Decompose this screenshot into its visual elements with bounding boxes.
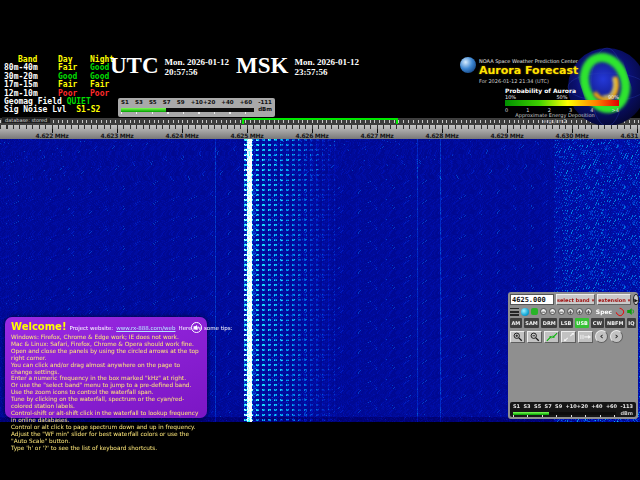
mode-button-sam[interactable]: SAM bbox=[524, 318, 539, 328]
frequency-scale[interactable]: 4.622 MHz 4.623 MHz 4.624 MHz 4.625 MHz … bbox=[0, 125, 640, 139]
receiver-control-panel: select band▾ extension▾ ▶ − − − + + + Sp… bbox=[508, 292, 638, 419]
tip-line: Control or alt click to page spectrum do… bbox=[11, 424, 201, 431]
frequency-label: 4.623 MHz bbox=[99, 132, 135, 139]
speaker-icon bbox=[193, 324, 200, 331]
project-website-link[interactable]: www.rx-888.com/web bbox=[116, 325, 175, 331]
clock-date: Mon. 2026-01-12 bbox=[294, 57, 359, 67]
mode-button-nbfm[interactable]: NBFM bbox=[605, 318, 624, 328]
plus-button[interactable]: + bbox=[585, 308, 592, 315]
frequency-label: 4.624 MHz bbox=[164, 132, 200, 139]
minus-button[interactable]: − bbox=[549, 308, 556, 315]
arrows-converge-icon bbox=[546, 332, 558, 342]
spectrum-toggle-button[interactable]: Spec bbox=[596, 308, 612, 315]
tip-line: Control-shift or alt-shift click in the … bbox=[11, 410, 201, 424]
minus-button[interactable]: − bbox=[540, 308, 547, 315]
status-square-icon[interactable] bbox=[531, 308, 538, 315]
frequency-label: 4.627 MHz bbox=[359, 132, 395, 139]
zoom-buttons: ‹ › bbox=[510, 330, 636, 343]
tip-line: Use the zoom icons to control the waterf… bbox=[11, 389, 201, 396]
s-meter-fill bbox=[121, 108, 166, 112]
clock-time: 23:57:56 bbox=[294, 67, 327, 77]
clock-zone-label: MSK bbox=[236, 55, 288, 77]
aurora-color-scale bbox=[505, 100, 619, 106]
zoom-out-icon bbox=[529, 332, 541, 342]
mode-button-usb[interactable]: USB bbox=[575, 318, 589, 328]
mode-button-lsb[interactable]: LSB bbox=[559, 318, 573, 328]
clock-time: 20:57:56 bbox=[165, 67, 198, 77]
tip-line: You can click and/or drag almost anywher… bbox=[11, 362, 201, 376]
aurora-forecast-panel: NOAA Space Weather Prediction Center Aur… bbox=[455, 45, 640, 125]
s-meter-scale-labels: S1 S3 S5 S7 S9 +10+20 +40 +60 -111 bbox=[121, 100, 272, 105]
play-icon: ▶ bbox=[634, 297, 638, 303]
tip-line: Mac & Linux: Safari, Firefox, Chrome & O… bbox=[11, 341, 201, 348]
menu-icon[interactable] bbox=[510, 308, 519, 316]
s-meter-unit: dBm bbox=[258, 107, 272, 112]
plus-button[interactable]: + bbox=[567, 308, 574, 315]
frequency-label: 4.630 MHz bbox=[554, 132, 590, 139]
mode-button-am[interactable]: AM bbox=[510, 318, 522, 328]
minus-button[interactable]: − bbox=[558, 308, 565, 315]
signoise-row: Sig Noise Lvl S1-S2 bbox=[4, 106, 122, 114]
s-meter-bar bbox=[121, 108, 254, 112]
tip-line: Type 'h' or '?' to see the list of keybo… bbox=[11, 445, 201, 452]
frequency-label: 4.631 MHz bbox=[619, 132, 640, 139]
tip-line: Windows: Firefox, Chrome & Edge work; IE… bbox=[11, 334, 201, 341]
database-status-note: database: stored bbox=[2, 117, 50, 123]
frequency-label: 4.628 MHz bbox=[424, 132, 460, 139]
refresh-icon[interactable] bbox=[614, 306, 625, 317]
aurora-probability-title: Probability of Aurora bbox=[505, 87, 576, 94]
panel-s-meter-fill bbox=[513, 412, 549, 415]
band-select-dropdown[interactable]: select band▾ bbox=[556, 294, 595, 305]
band-conditions-panel: BandDayNight 80m-40mFairGood 30m-20mGood… bbox=[4, 56, 122, 115]
plus-button[interactable]: + bbox=[576, 308, 583, 315]
zoom-out-max-button[interactable] bbox=[561, 331, 576, 343]
audio-speaker-icon[interactable] bbox=[626, 307, 636, 316]
clock-zone-label: UTC bbox=[110, 55, 159, 77]
tip-line: Or use the "select band" menu to jump to… bbox=[11, 382, 201, 389]
signoise-value: S1-S2 bbox=[76, 106, 100, 114]
extension-select-dropdown[interactable]: extension▾ bbox=[597, 294, 631, 305]
mode-button-iq[interactable]: IQ bbox=[627, 318, 636, 328]
chevron-down-icon: ▾ bbox=[592, 297, 595, 303]
tip-line: Tune by clicking on the waterfall, spect… bbox=[11, 396, 201, 410]
shift-left-button[interactable]: ‹ bbox=[595, 330, 608, 343]
frequency-label: 4.625 MHz bbox=[229, 132, 265, 139]
zoom-out-button[interactable] bbox=[527, 331, 542, 343]
panel-s-meter: S1 S3 S5 S7 S9 +10+20 +40 +60 -113 dBm bbox=[510, 402, 636, 417]
page-frequency-button[interactable] bbox=[578, 331, 593, 343]
clock-msk: MSK Mon. 2026-01-12 23:57:56 bbox=[236, 55, 359, 77]
shift-right-button[interactable]: › bbox=[610, 330, 623, 343]
s-meter: S1 S3 S5 S7 S9 +10+20 +40 +60 -111 dBm bbox=[118, 98, 275, 117]
s-meter-value: -111 bbox=[258, 100, 272, 105]
station-database-icon[interactable] bbox=[521, 308, 529, 316]
mode-buttons: AM SAM DRM LSB USB CW NBFM IQ bbox=[510, 318, 636, 328]
frequency-input[interactable] bbox=[510, 294, 554, 305]
welcome-title: Welcome! bbox=[11, 321, 66, 332]
zoom-to-passband-button[interactable] bbox=[544, 331, 559, 343]
clock-date: Mon. 2026-01-12 bbox=[165, 57, 230, 67]
tip-line: Open and close the panels by using the c… bbox=[11, 348, 201, 362]
popup-speaker-button[interactable] bbox=[191, 322, 202, 333]
chevron-right-icon: › bbox=[615, 332, 619, 341]
arrows-diverge-icon bbox=[563, 332, 575, 342]
frequency-label: 4.626 MHz bbox=[294, 132, 330, 139]
passband-span-indicator[interactable] bbox=[242, 118, 398, 124]
noaa-logo-icon bbox=[460, 57, 476, 73]
mode-button-drm[interactable]: DRM bbox=[541, 318, 557, 328]
chevron-down-icon: ▾ bbox=[628, 297, 631, 303]
zoom-in-icon bbox=[512, 332, 524, 342]
aurora-title: Aurora Forecast bbox=[479, 64, 578, 77]
panel-s-meter-unit: dBm bbox=[620, 411, 633, 416]
aurora-subtitle: For 2026-01-12 21:34 (UTC) bbox=[479, 78, 549, 84]
sdr-screen: BandDayNight 80m-40mFairGood 30m-20mGood… bbox=[0, 0, 640, 480]
zoom-in-button[interactable] bbox=[510, 331, 525, 343]
tips-label: Here are some tips: bbox=[179, 325, 233, 331]
clock-utc: UTC Mon. 2026-01-12 20:57:56 bbox=[110, 55, 229, 77]
frequency-label: 4.622 MHz bbox=[34, 132, 70, 139]
website-label: Project website: bbox=[69, 325, 113, 331]
arrow-page-icon bbox=[580, 332, 592, 341]
mode-button-cw[interactable]: CW bbox=[591, 318, 603, 328]
panel-s-meter-scale-labels: S1 S3 S5 S7 S9 +10+20 +40 +60 -113 bbox=[513, 404, 633, 409]
aurora-energy-unit: ergs/cm2 bbox=[485, 118, 625, 124]
welcome-popup: Welcome! Project website: www.rx-888.com… bbox=[5, 317, 207, 418]
